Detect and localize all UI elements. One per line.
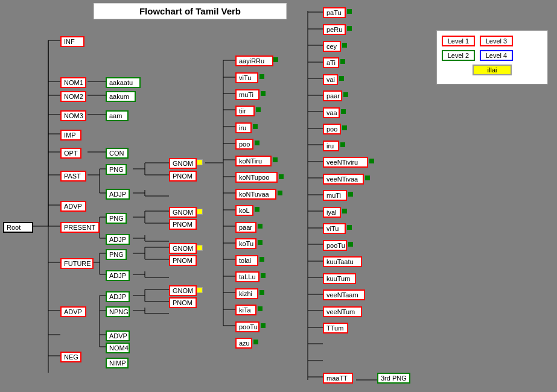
legend-level2: Level 2 bbox=[442, 50, 475, 61]
present-node: PRESENT bbox=[60, 222, 100, 233]
inf-node: INF bbox=[60, 36, 84, 47]
nom3-node: NOM3 bbox=[60, 110, 86, 121]
paar1-gsq bbox=[258, 224, 263, 229]
TTum-node: TTum bbox=[323, 323, 348, 334]
gnom4-node: GNOM bbox=[169, 285, 197, 296]
nom4-node: NOM4 bbox=[106, 343, 130, 353]
kuuTum-node: kuuTum bbox=[323, 273, 356, 284]
pnom3-node: PNOM bbox=[169, 255, 197, 266]
koTu-gsq bbox=[258, 240, 263, 245]
poo2-gsq bbox=[342, 125, 347, 130]
veeNTivaa-node: veeNTivaa bbox=[323, 174, 364, 185]
legend-level1: Level 1 bbox=[442, 36, 475, 46]
title-text: Flowchart of Tamil Verb bbox=[139, 6, 241, 16]
koNTupoo-gsq bbox=[279, 174, 284, 179]
iru2-gsq bbox=[340, 142, 345, 147]
kizhi-gsq bbox=[259, 290, 264, 295]
npng-node: NPNG bbox=[106, 306, 130, 317]
koNTuvaa-node: koNTuvaa bbox=[235, 189, 276, 200]
kizhi-node: kizhi bbox=[235, 288, 258, 299]
tiir-node: tiir bbox=[235, 106, 255, 116]
advp3-node: ADVP bbox=[106, 330, 130, 341]
vaa-node: vaa bbox=[323, 107, 340, 118]
kuuTaatu-node: kuuTaatu bbox=[323, 256, 362, 267]
viTu2-node: viTu bbox=[323, 223, 346, 234]
muTi1-gsq bbox=[261, 91, 266, 96]
pnom4-node: PNOM bbox=[169, 297, 197, 308]
cey-gsq bbox=[342, 43, 347, 48]
poo1-node: poo bbox=[235, 139, 253, 150]
vaa-gsq bbox=[341, 109, 346, 114]
maaTT-node: maaTT bbox=[323, 373, 353, 384]
paar2-gsq bbox=[343, 92, 348, 97]
koNTupoo-node: koNTupoo bbox=[235, 172, 278, 183]
aTi-gsq bbox=[340, 59, 345, 64]
viTu2-gsq bbox=[347, 225, 352, 230]
koL-gsq bbox=[255, 207, 259, 212]
pooTu2-node: pooTu bbox=[323, 240, 347, 251]
gnom4-indicator bbox=[197, 287, 203, 293]
paTu-gsq bbox=[347, 9, 352, 14]
aayiRRu-gsq bbox=[273, 57, 278, 62]
nimp-node: NIMP bbox=[106, 358, 129, 368]
root-node: Root bbox=[3, 222, 33, 233]
veeNTiviru-gsq bbox=[369, 159, 374, 163]
legend-box: Level 1 Level 3 Level 2 Level 4 illai bbox=[436, 30, 548, 84]
muTi1-node: muTi bbox=[235, 89, 259, 100]
iyal-gsq bbox=[342, 209, 347, 213]
chart-title: Flowchart of Tamil Verb bbox=[94, 3, 287, 19]
legend-level3: Level 3 bbox=[480, 36, 513, 46]
paar2-node: paar bbox=[323, 90, 342, 101]
aam-node: aam bbox=[106, 110, 129, 121]
adjp1-node: ADJP bbox=[106, 189, 130, 200]
advp1-node: ADVP bbox=[60, 201, 86, 212]
muTi2-node: muTi bbox=[323, 190, 347, 201]
tolai-gsq bbox=[259, 257, 264, 262]
muTi2-gsq bbox=[348, 192, 353, 197]
iru1-node: iru bbox=[235, 122, 252, 133]
cey-node: cey bbox=[323, 41, 341, 52]
pooTu-node: pooTu bbox=[235, 321, 259, 332]
gnom3-node: GNOM bbox=[169, 243, 197, 254]
vai-node: vai bbox=[323, 74, 338, 85]
neg-node: NEG bbox=[60, 352, 81, 362]
paTu-node: paTu bbox=[323, 7, 346, 18]
pooTu-gsq bbox=[261, 323, 266, 328]
pnom1-node: PNOM bbox=[169, 171, 197, 182]
adjp3-node: ADJP bbox=[106, 270, 130, 281]
kiTa-gsq bbox=[258, 306, 263, 311]
imp-node: IMP bbox=[60, 130, 81, 141]
aakum-node: aakum bbox=[106, 91, 136, 102]
peRu-node: peRu bbox=[323, 24, 346, 35]
azu-gsq bbox=[253, 340, 258, 344]
past-node: PAST bbox=[60, 171, 86, 182]
gnom1-node: GNOM bbox=[169, 158, 197, 169]
taLLu-gsq bbox=[261, 273, 266, 278]
iru2-node: iru bbox=[323, 141, 339, 151]
koL-node: koL bbox=[235, 205, 253, 216]
tolai-node: tolai bbox=[235, 255, 258, 266]
pnom2-node: PNOM bbox=[169, 219, 197, 230]
pooTu2-gsq bbox=[348, 242, 353, 247]
aakaatu-node: aakaatu bbox=[106, 77, 141, 88]
gnom2-indicator bbox=[197, 209, 203, 215]
legend-level4: Level 4 bbox=[480, 50, 513, 61]
viTu1-node: viTu bbox=[235, 72, 258, 83]
iyal-node: iyal bbox=[323, 207, 341, 218]
gnom1-indicator bbox=[197, 159, 203, 165]
poo1-gsq bbox=[255, 141, 259, 145]
gnom3-indicator bbox=[197, 245, 203, 251]
koNTiru-node: koNTiru bbox=[235, 156, 272, 166]
azu-node: azu bbox=[235, 338, 252, 349]
tiir-gsq bbox=[256, 107, 261, 112]
nom1-node: NOM1 bbox=[60, 77, 86, 88]
png2-node: PNG bbox=[106, 213, 127, 224]
adjp4-node: ADJP bbox=[106, 291, 130, 302]
aayiRRu-node: aayiRRu bbox=[235, 55, 273, 66]
nom2-node: NOM2 bbox=[60, 91, 86, 102]
peRu-gsq bbox=[347, 26, 352, 31]
vai-gsq bbox=[339, 76, 344, 81]
adjp2-node: ADJP bbox=[106, 234, 130, 245]
taLLu-node: taLLu bbox=[235, 271, 259, 282]
png1-node: PNG bbox=[106, 164, 127, 175]
